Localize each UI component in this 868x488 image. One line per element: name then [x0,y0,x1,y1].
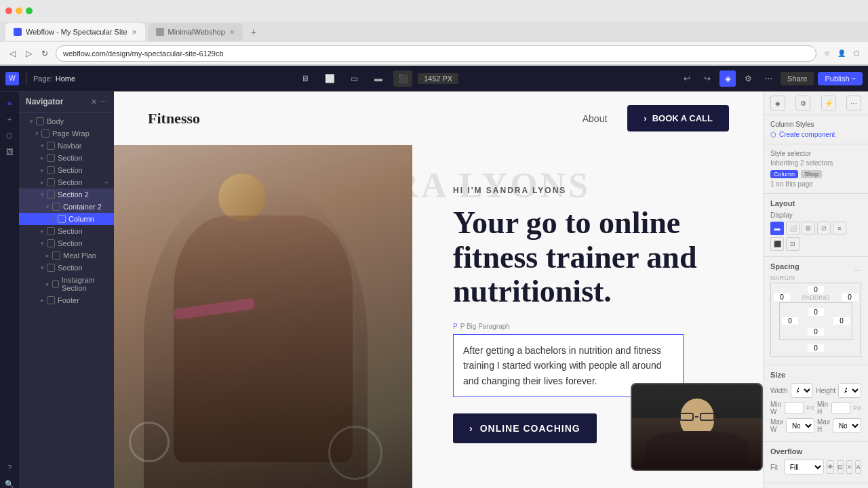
webcam-overlay [631,383,763,471]
style-icon[interactable]: ◈ [719,70,736,87]
overflow-scroll-icon[interactable]: ≡ [846,460,852,474]
profile-icon[interactable]: 👤 [835,47,848,60]
interactions-icon[interactable]: ⚡ [821,96,836,110]
none-layout-icon[interactable]: ∅ [817,222,831,235]
spacing-expand-icon[interactable]: … [854,265,861,272]
column-badge[interactable]: Column [770,170,798,178]
nav-section-2[interactable]: ▸ Section [19,164,114,176]
undo-icon[interactable]: ↩ [679,70,695,87]
redo-icon[interactable]: ↪ [699,70,715,87]
padding-right-val[interactable] [833,317,850,325]
navigator-icon[interactable]: ≡ [2,96,17,110]
search-strip-icon[interactable]: 🔍 [2,476,17,488]
nav-section-3[interactable]: ▸ Section + [19,176,114,188]
nav-section-4[interactable]: ▸ Section [19,225,114,237]
help-icon[interactable]: ? [2,460,17,475]
flex-layout-icon[interactable]: ⬜ [786,222,800,235]
refresh-btn[interactable]: ↻ [38,47,52,60]
grid-layout-icon[interactable]: ⊞ [802,222,815,235]
inline-block-icon[interactable]: ⬛ [770,237,784,251]
inline-flex-icon[interactable]: ⊡ [786,237,800,251]
min-h-label: Min H [817,401,829,415]
nav-instagram[interactable]: ▸ Instagram Section [19,274,114,294]
nav-body[interactable]: ▾ Body [19,115,114,127]
tablet-device-btn[interactable]: ⬜ [320,70,339,87]
padding-bottom-val[interactable] [808,328,824,336]
url-input[interactable] [56,45,816,62]
back-btn[interactable]: ◁ [5,47,19,60]
tab-close-btn[interactable]: ✕ [132,28,137,36]
margin-label: MARGIN [770,274,861,281]
margin-right-val[interactable] [842,293,858,301]
nav-section-6[interactable]: ▾ Section [19,262,114,274]
nav-navbar[interactable]: ▾ Navbar [19,140,114,152]
margin-top-val[interactable] [774,286,858,293]
more-panel-icon[interactable]: ⋯ [846,96,861,110]
nav-column[interactable]: ▸ Column [19,213,114,225]
cta-button[interactable]: › ONLINE COACHING [453,413,597,443]
height-input[interactable]: Auto [838,383,861,398]
overflow-auto-icon[interactable]: A [855,460,861,474]
margin-bottom-val[interactable] [808,344,824,352]
overflow-visible-icon[interactable]: 👁 [827,460,834,474]
settings-icon[interactable]: ⚙ [740,70,756,87]
more-icon[interactable]: ⋯ [760,70,776,87]
padding-top-val[interactable] [808,308,824,316]
components-icon[interactable]: ⬡ [2,128,17,143]
mobile-lg-btn[interactable]: ▭ [344,70,363,87]
nav-meal-plan[interactable]: ▸ Meal Plan [19,249,114,262]
min-w-input[interactable] [785,402,804,414]
width-row: Width Auto Height Auto [770,383,861,398]
settings-panel-icon[interactable]: ⚙ [795,96,810,110]
book-call-button[interactable]: › BOOK A CALL [627,105,729,131]
tab-2-close-btn[interactable]: ✕ [229,28,235,36]
shop-badge[interactable]: Shop [801,170,822,178]
about-link[interactable]: About [583,113,608,124]
extension-icon[interactable]: ⬡ [850,47,863,60]
nav-section-5[interactable]: ▾ Section [19,237,114,249]
block-layout-icon[interactable]: ▬ [770,222,784,235]
height-label: Height [816,387,835,394]
sidebar-settings-icon[interactable]: ⋯ [100,98,107,106]
layout-title: Layout [770,199,861,207]
paragraph-label: P P Big Paragraph [453,323,736,330]
nav-section-1[interactable]: ▸ Section [19,152,114,164]
min-h-input[interactable] [831,402,850,414]
column-styles-label: Column Styles [770,121,814,128]
desktop-device-btn[interactable]: 🖥 [296,70,315,87]
nav-add-icon[interactable]: + [104,179,108,186]
active-device-btn[interactable]: ⬛ [393,70,412,87]
create-component-btn[interactable]: ⬡ Create component [770,131,861,138]
sidebar-close-icon[interactable]: ✕ [91,98,97,106]
inline-layout-icon[interactable]: ≡ [833,222,846,235]
px-input[interactable] [418,73,458,84]
inactive-tab[interactable]: MinimalWebshop ✕ [148,23,243,41]
style-panel-icon[interactable]: ◈ [770,96,785,110]
nav-footer[interactable]: ▸ Footer [19,294,114,306]
max-h-input[interactable]: None [833,418,861,433]
add-icon[interactable]: + [2,112,17,127]
navigator-title: Navigator [26,97,63,106]
right-panel-top-icons: ◈ ⚙ ⚡ ⋯ [764,92,868,115]
right-panel: ◈ ⚙ ⚡ ⋯ Column Styles ⬡ Create component… [763,92,868,488]
assets-icon[interactable]: 🖼 [2,144,17,159]
wf-logo[interactable]: W [5,72,19,85]
hero-image-col [114,145,412,488]
active-tab[interactable]: Webflow - My Spectacular Site ✕ [5,23,145,41]
publish-button[interactable]: Publish ~ [818,72,863,85]
bookmark-icon[interactable]: ☆ [821,47,833,60]
forward-btn[interactable]: ▷ [22,47,35,60]
new-tab-btn[interactable]: + [245,24,262,40]
nav-container2[interactable]: ▾ Container 2 [19,201,114,213]
nav-section2[interactable]: ▾ Section 2 [19,188,114,201]
overflow-hidden-icon[interactable]: ⊡ [837,460,844,474]
share-button[interactable]: Share [781,72,814,85]
width-input[interactable]: Auto [791,383,814,398]
max-w-input[interactable]: None [786,418,814,433]
active-tab-label: Webflow - My Spectacular Site [26,28,127,36]
padding-left-val[interactable] [782,317,798,325]
nav-page-wrap[interactable]: ▾ Page Wrap [19,127,114,140]
mobile-sm-btn[interactable]: ▬ [369,70,388,87]
margin-left-val[interactable] [774,293,790,301]
fit-select[interactable]: Fill [784,460,824,474]
